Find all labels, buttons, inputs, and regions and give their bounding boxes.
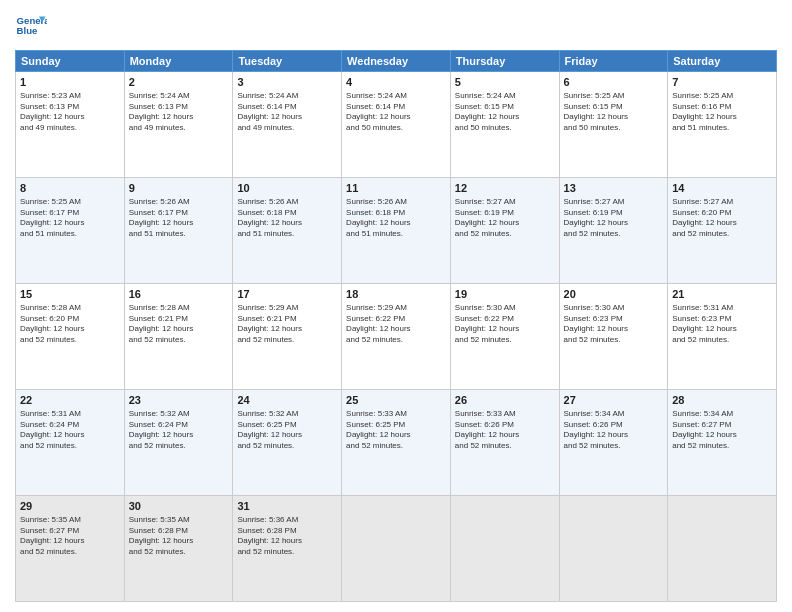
calendar-cell: 19Sunrise: 5:30 AM Sunset: 6:22 PM Dayli…	[450, 284, 559, 390]
calendar-header-wednesday: Wednesday	[342, 51, 451, 72]
calendar-header-monday: Monday	[124, 51, 233, 72]
day-number: 9	[129, 181, 229, 196]
day-info: Sunrise: 5:27 AM Sunset: 6:20 PM Dayligh…	[672, 197, 772, 240]
day-info: Sunrise: 5:27 AM Sunset: 6:19 PM Dayligh…	[455, 197, 555, 240]
day-number: 4	[346, 75, 446, 90]
calendar-header-thursday: Thursday	[450, 51, 559, 72]
day-info: Sunrise: 5:24 AM Sunset: 6:13 PM Dayligh…	[129, 91, 229, 134]
day-number: 31	[237, 499, 337, 514]
calendar-cell: 22Sunrise: 5:31 AM Sunset: 6:24 PM Dayli…	[16, 390, 125, 496]
day-info: Sunrise: 5:31 AM Sunset: 6:24 PM Dayligh…	[20, 409, 120, 452]
calendar-cell: 8Sunrise: 5:25 AM Sunset: 6:17 PM Daylig…	[16, 178, 125, 284]
day-number: 7	[672, 75, 772, 90]
day-info: Sunrise: 5:24 AM Sunset: 6:14 PM Dayligh…	[346, 91, 446, 134]
day-number: 28	[672, 393, 772, 408]
calendar-cell: 1Sunrise: 5:23 AM Sunset: 6:13 PM Daylig…	[16, 72, 125, 178]
calendar-cell	[342, 496, 451, 602]
day-number: 5	[455, 75, 555, 90]
day-info: Sunrise: 5:34 AM Sunset: 6:26 PM Dayligh…	[564, 409, 664, 452]
day-number: 22	[20, 393, 120, 408]
day-info: Sunrise: 5:32 AM Sunset: 6:25 PM Dayligh…	[237, 409, 337, 452]
logo-icon: General Blue	[15, 10, 47, 42]
day-info: Sunrise: 5:25 AM Sunset: 6:16 PM Dayligh…	[672, 91, 772, 134]
calendar-cell: 15Sunrise: 5:28 AM Sunset: 6:20 PM Dayli…	[16, 284, 125, 390]
day-info: Sunrise: 5:25 AM Sunset: 6:17 PM Dayligh…	[20, 197, 120, 240]
calendar-header-sunday: Sunday	[16, 51, 125, 72]
day-number: 3	[237, 75, 337, 90]
day-info: Sunrise: 5:24 AM Sunset: 6:14 PM Dayligh…	[237, 91, 337, 134]
logo: General Blue	[15, 10, 47, 42]
calendar-cell: 5Sunrise: 5:24 AM Sunset: 6:15 PM Daylig…	[450, 72, 559, 178]
day-info: Sunrise: 5:31 AM Sunset: 6:23 PM Dayligh…	[672, 303, 772, 346]
calendar-cell: 6Sunrise: 5:25 AM Sunset: 6:15 PM Daylig…	[559, 72, 668, 178]
calendar-cell: 25Sunrise: 5:33 AM Sunset: 6:25 PM Dayli…	[342, 390, 451, 496]
calendar-header-row: SundayMondayTuesdayWednesdayThursdayFrid…	[16, 51, 777, 72]
day-info: Sunrise: 5:35 AM Sunset: 6:27 PM Dayligh…	[20, 515, 120, 558]
day-info: Sunrise: 5:28 AM Sunset: 6:20 PM Dayligh…	[20, 303, 120, 346]
calendar-cell: 9Sunrise: 5:26 AM Sunset: 6:17 PM Daylig…	[124, 178, 233, 284]
day-info: Sunrise: 5:26 AM Sunset: 6:18 PM Dayligh…	[237, 197, 337, 240]
calendar-cell: 28Sunrise: 5:34 AM Sunset: 6:27 PM Dayli…	[668, 390, 777, 496]
calendar: SundayMondayTuesdayWednesdayThursdayFrid…	[15, 50, 777, 602]
day-number: 29	[20, 499, 120, 514]
calendar-cell: 17Sunrise: 5:29 AM Sunset: 6:21 PM Dayli…	[233, 284, 342, 390]
day-number: 15	[20, 287, 120, 302]
calendar-cell: 2Sunrise: 5:24 AM Sunset: 6:13 PM Daylig…	[124, 72, 233, 178]
day-info: Sunrise: 5:27 AM Sunset: 6:19 PM Dayligh…	[564, 197, 664, 240]
day-info: Sunrise: 5:35 AM Sunset: 6:28 PM Dayligh…	[129, 515, 229, 558]
day-info: Sunrise: 5:24 AM Sunset: 6:15 PM Dayligh…	[455, 91, 555, 134]
page: General Blue SundayMondayTuesdayWednesda…	[0, 0, 792, 612]
day-info: Sunrise: 5:33 AM Sunset: 6:25 PM Dayligh…	[346, 409, 446, 452]
day-info: Sunrise: 5:25 AM Sunset: 6:15 PM Dayligh…	[564, 91, 664, 134]
day-number: 16	[129, 287, 229, 302]
calendar-cell: 4Sunrise: 5:24 AM Sunset: 6:14 PM Daylig…	[342, 72, 451, 178]
day-number: 24	[237, 393, 337, 408]
day-number: 17	[237, 287, 337, 302]
day-number: 27	[564, 393, 664, 408]
calendar-cell	[668, 496, 777, 602]
calendar-cell: 20Sunrise: 5:30 AM Sunset: 6:23 PM Dayli…	[559, 284, 668, 390]
calendar-cell: 24Sunrise: 5:32 AM Sunset: 6:25 PM Dayli…	[233, 390, 342, 496]
day-number: 6	[564, 75, 664, 90]
calendar-week-1: 1Sunrise: 5:23 AM Sunset: 6:13 PM Daylig…	[16, 72, 777, 178]
calendar-cell: 30Sunrise: 5:35 AM Sunset: 6:28 PM Dayli…	[124, 496, 233, 602]
day-number: 26	[455, 393, 555, 408]
day-info: Sunrise: 5:26 AM Sunset: 6:18 PM Dayligh…	[346, 197, 446, 240]
header: General Blue	[15, 10, 777, 42]
day-number: 21	[672, 287, 772, 302]
calendar-body: 1Sunrise: 5:23 AM Sunset: 6:13 PM Daylig…	[16, 72, 777, 602]
calendar-cell: 26Sunrise: 5:33 AM Sunset: 6:26 PM Dayli…	[450, 390, 559, 496]
day-number: 18	[346, 287, 446, 302]
day-number: 20	[564, 287, 664, 302]
day-number: 13	[564, 181, 664, 196]
calendar-cell	[559, 496, 668, 602]
day-info: Sunrise: 5:30 AM Sunset: 6:23 PM Dayligh…	[564, 303, 664, 346]
day-info: Sunrise: 5:32 AM Sunset: 6:24 PM Dayligh…	[129, 409, 229, 452]
calendar-cell: 14Sunrise: 5:27 AM Sunset: 6:20 PM Dayli…	[668, 178, 777, 284]
day-info: Sunrise: 5:33 AM Sunset: 6:26 PM Dayligh…	[455, 409, 555, 452]
day-number: 25	[346, 393, 446, 408]
calendar-cell: 31Sunrise: 5:36 AM Sunset: 6:28 PM Dayli…	[233, 496, 342, 602]
calendar-cell: 3Sunrise: 5:24 AM Sunset: 6:14 PM Daylig…	[233, 72, 342, 178]
day-info: Sunrise: 5:28 AM Sunset: 6:21 PM Dayligh…	[129, 303, 229, 346]
svg-text:Blue: Blue	[17, 25, 38, 36]
calendar-cell: 18Sunrise: 5:29 AM Sunset: 6:22 PM Dayli…	[342, 284, 451, 390]
calendar-header-saturday: Saturday	[668, 51, 777, 72]
calendar-cell: 11Sunrise: 5:26 AM Sunset: 6:18 PM Dayli…	[342, 178, 451, 284]
day-number: 14	[672, 181, 772, 196]
day-number: 12	[455, 181, 555, 196]
day-number: 11	[346, 181, 446, 196]
calendar-cell: 23Sunrise: 5:32 AM Sunset: 6:24 PM Dayli…	[124, 390, 233, 496]
calendar-cell: 29Sunrise: 5:35 AM Sunset: 6:27 PM Dayli…	[16, 496, 125, 602]
calendar-week-3: 15Sunrise: 5:28 AM Sunset: 6:20 PM Dayli…	[16, 284, 777, 390]
day-info: Sunrise: 5:26 AM Sunset: 6:17 PM Dayligh…	[129, 197, 229, 240]
calendar-cell: 10Sunrise: 5:26 AM Sunset: 6:18 PM Dayli…	[233, 178, 342, 284]
calendar-header-friday: Friday	[559, 51, 668, 72]
calendar-cell: 21Sunrise: 5:31 AM Sunset: 6:23 PM Dayli…	[668, 284, 777, 390]
calendar-week-2: 8Sunrise: 5:25 AM Sunset: 6:17 PM Daylig…	[16, 178, 777, 284]
day-info: Sunrise: 5:29 AM Sunset: 6:21 PM Dayligh…	[237, 303, 337, 346]
calendar-cell: 13Sunrise: 5:27 AM Sunset: 6:19 PM Dayli…	[559, 178, 668, 284]
calendar-cell: 27Sunrise: 5:34 AM Sunset: 6:26 PM Dayli…	[559, 390, 668, 496]
day-number: 23	[129, 393, 229, 408]
day-number: 8	[20, 181, 120, 196]
